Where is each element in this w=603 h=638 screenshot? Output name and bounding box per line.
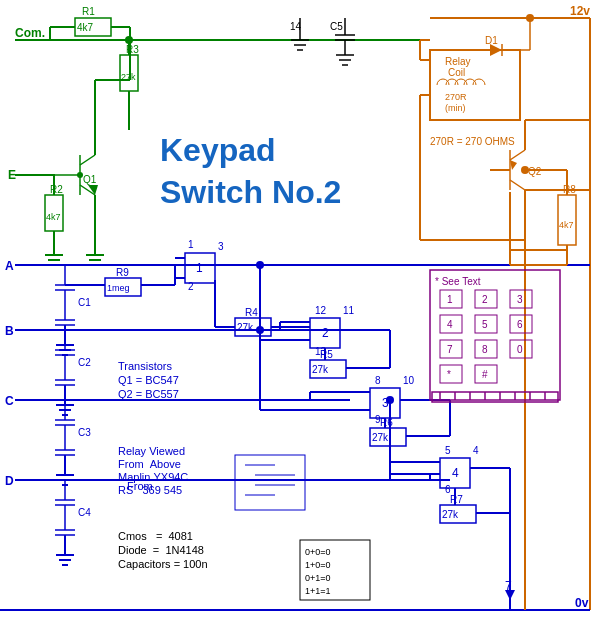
circuit-title: KeypadSwitch No.2 — [160, 130, 341, 213]
schematic-canvas — [0, 0, 603, 638]
